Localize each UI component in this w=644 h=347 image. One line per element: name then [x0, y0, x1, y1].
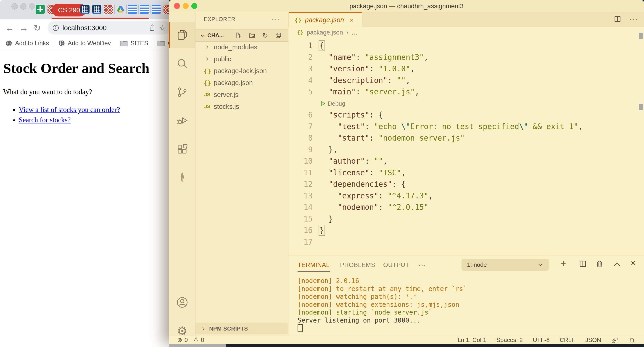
new-folder-icon[interactable]: [248, 32, 256, 39]
activity-debug[interactable]: [169, 108, 195, 134]
file-tree-item-package.json[interactable]: {} package.json: [196, 77, 288, 89]
favicon-sheets[interactable]: [36, 5, 45, 14]
breadcrumb-file[interactable]: package.json: [307, 29, 343, 36]
split-editor-icon[interactable]: [614, 15, 622, 23]
tab-package-json[interactable]: {} package.json ×: [289, 12, 362, 27]
panel-more-icon[interactable]: ···: [418, 261, 426, 269]
code-line: 8 "start": "nodemon server.js": [288, 132, 638, 144]
editor-more-icon[interactable]: ···: [629, 15, 638, 23]
refresh-icon[interactable]: ↻: [262, 32, 268, 40]
explorer-title: EXPLORER: [204, 16, 236, 23]
status-item[interactable]: Spaces: 2: [496, 336, 523, 343]
status-bar-right: Ln 1, Col 1Spaces: 2UTF-8CRLFJSON: [458, 336, 635, 344]
browser-zoom-button[interactable]: [29, 3, 35, 10]
workspace-name: CHA...: [207, 32, 224, 39]
file-tree-item-stocks.js[interactable]: JS stocks.js: [196, 101, 288, 113]
status-item[interactable]: Ln 1, Col 1: [458, 336, 486, 343]
npm-scripts-section[interactable]: NPM SCRIPTS: [196, 323, 288, 334]
settings-icon: ⚙: [177, 325, 188, 337]
file-name: package-lock.json: [214, 67, 267, 75]
code-editor[interactable]: 1{2 "name": "assignment3",3 "version": "…: [288, 38, 638, 257]
breadcrumb-tail[interactable]: …: [352, 29, 358, 36]
bookmark-add-to-links[interactable]: Add to Links: [6, 40, 49, 47]
new-file-icon[interactable]: [234, 32, 242, 39]
page-link[interactable]: Search for stocks?: [19, 116, 70, 124]
url-text[interactable]: localhost:3000: [62, 24, 149, 32]
favicon-stripes[interactable]: [128, 5, 137, 14]
tab-separator: [150, 5, 150, 14]
activity-extensions[interactable]: [169, 136, 195, 162]
breadcrumb[interactable]: {} package.json › …: [288, 27, 644, 38]
page-question: What do you want to do today?: [3, 88, 169, 96]
page-link[interactable]: View a list of stocks you can order?: [19, 106, 120, 114]
file-tree-item-public[interactable]: public: [196, 53, 288, 65]
close-panel-icon[interactable]: ×: [631, 258, 636, 268]
forward-icon[interactable]: →: [19, 23, 28, 33]
tab-close-icon[interactable]: ×: [350, 16, 354, 24]
tab-separator: [102, 5, 103, 14]
line-number: 1: [288, 40, 313, 52]
chevron-right-icon: [202, 56, 212, 62]
explorer-more-icon[interactable]: ···: [271, 15, 280, 23]
bookmark-star-icon[interactable]: ☆: [159, 23, 166, 33]
favicon-lattice[interactable]: [104, 5, 113, 14]
status-item[interactable]: UTF-8: [533, 336, 550, 343]
collapse-all-icon[interactable]: [275, 32, 282, 39]
extensions-icon: [176, 143, 188, 155]
terminal-picker-dropdown[interactable]: 1: node: [462, 259, 549, 271]
favicon-drive[interactable]: [116, 5, 125, 14]
activity-source-control[interactable]: [169, 79, 195, 105]
new-terminal-icon[interactable]: +: [560, 258, 566, 269]
line-number: 4: [288, 75, 313, 86]
file-tree-item-node_modules[interactable]: node_modules: [196, 41, 288, 53]
info-icon[interactable]: [52, 24, 60, 32]
list-item: Search for stocks?: [19, 116, 169, 124]
address-bar[interactable]: localhost:3000 ☆: [48, 21, 171, 35]
json-file-icon: {}: [294, 17, 302, 24]
activity-files[interactable]: [169, 22, 195, 48]
code-line: 14 "nodemon": "^2.0.15": [288, 202, 638, 213]
vscode-zoom-button[interactable]: [191, 3, 197, 9]
file-tree-item-server.js[interactable]: JS server.js: [196, 89, 288, 101]
bookmark-add-to-webdev[interactable]: Add to WebDev: [58, 40, 111, 47]
editor-tab-bar: {} package.json × ···: [288, 12, 644, 27]
codelens-debug[interactable]: Debug: [288, 98, 638, 110]
browser-close-button[interactable]: [12, 3, 18, 10]
maximize-panel-icon[interactable]: [613, 261, 621, 267]
code-line: 1{: [288, 40, 638, 52]
favicon-stripes[interactable]: [140, 5, 149, 14]
tab-separator: [126, 5, 127, 14]
vscode-minimize-button[interactable]: [183, 3, 189, 9]
feedback-icon[interactable]: [611, 336, 618, 344]
panel-tab-terminal[interactable]: TERMINAL: [298, 261, 330, 272]
favicon-stripes[interactable]: [152, 5, 161, 14]
globe-icon: [58, 40, 65, 47]
line-number: 9: [288, 144, 313, 156]
browser-minimize-button[interactable]: [20, 3, 26, 10]
activity-search[interactable]: [169, 51, 195, 77]
back-icon[interactable]: ←: [5, 23, 14, 33]
vscode-close-button[interactable]: [174, 3, 180, 9]
activity-account[interactable]: [169, 289, 195, 315]
bookmark-sites[interactable]: SITES: [120, 40, 148, 47]
split-terminal-icon[interactable]: [579, 260, 587, 268]
status-item[interactable]: JSON: [585, 336, 601, 343]
chevron-down-icon: [537, 262, 543, 268]
problems-status[interactable]: ⊗ 0 ⚠ 0: [177, 336, 204, 343]
workspace-section-header[interactable]: CHA... ↻: [196, 29, 288, 42]
terminal-output[interactable]: [nodemon] 2.0.16[nodemon] to restart at …: [298, 277, 467, 333]
code-line: 16}: [288, 225, 638, 236]
reload-icon[interactable]: ↻: [33, 23, 41, 33]
activity-mongodb[interactable]: [169, 165, 195, 191]
status-item[interactable]: CRLF: [560, 336, 575, 343]
file-tree-item-package-lock.json[interactable]: {} package-lock.json: [196, 65, 288, 77]
kill-terminal-trash-icon[interactable]: [595, 260, 604, 268]
warning-count: 0: [201, 336, 204, 343]
favicon-building[interactable]: [80, 5, 90, 14]
favicon-building[interactable]: [92, 5, 102, 14]
panel-tab-problems[interactable]: PROBLEMS: [340, 261, 375, 269]
panel-tab-output[interactable]: OUTPUT: [383, 261, 409, 269]
terminal-line: [nodemon] starting `node server.js`: [298, 308, 467, 316]
bell-icon[interactable]: [628, 336, 635, 344]
share-icon[interactable]: [149, 24, 156, 32]
